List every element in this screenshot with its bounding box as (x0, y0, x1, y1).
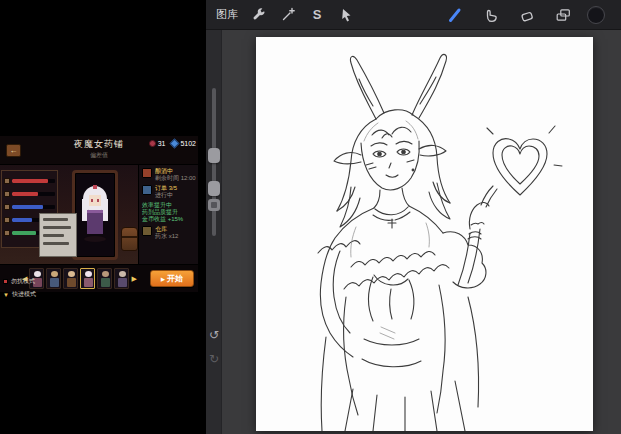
sprite-head (51, 271, 58, 277)
quest-subtitle: 剩余时间 12:00 (155, 175, 195, 182)
undo-button[interactable]: ↺ (206, 328, 222, 342)
currency-value: 5102 (180, 140, 196, 147)
sprite-head (85, 271, 92, 277)
play-icon: ▶ (161, 276, 165, 282)
currency-badge: 31 (149, 140, 166, 147)
barrel-prop (121, 227, 138, 251)
start-button[interactable]: ▶ 开始 (150, 270, 194, 287)
stat-icon (4, 217, 10, 223)
redo-button[interactable]: ↻ (206, 352, 222, 366)
option-label: 快进模式 (12, 290, 36, 299)
crystal-icon (170, 139, 180, 149)
split-screen: ← 夜魔女药铺 偏差值 31 5102 (0, 0, 621, 434)
game-viewport: ← 夜魔女药铺 偏差值 31 5102 (0, 136, 198, 292)
storage-icon (142, 226, 152, 236)
sprite-head (102, 271, 109, 277)
sprite-head (68, 271, 75, 277)
pixel-character (75, 173, 115, 257)
start-label: 开始 (167, 273, 183, 284)
game-subtitle: 偏差值 (0, 151, 198, 160)
quest-title: 酿酒中 (155, 168, 195, 175)
stat-icon (4, 178, 10, 184)
brush-icon-selected[interactable] (443, 3, 467, 27)
party-scroll-right[interactable]: ▶ (131, 275, 136, 283)
stat-bar (12, 179, 55, 183)
quest-icon (142, 185, 152, 195)
stat-row (4, 200, 55, 213)
eraser-icon[interactable] (515, 3, 539, 27)
quest-icon (142, 168, 152, 178)
left-tool-group: S (247, 3, 358, 27)
drawing-canvas[interactable] (256, 37, 593, 431)
red-toggle-icon (3, 279, 8, 284)
modify-button[interactable] (208, 199, 220, 211)
storage-subtitle: 药水 x12 (155, 233, 178, 240)
option-row[interactable]: 勿扰模式 (3, 277, 36, 286)
currency-bar: 31 5102 (149, 140, 196, 147)
party-slot[interactable] (114, 268, 129, 289)
quest-entry[interactable]: 订单 3/5 进行中 (142, 185, 195, 199)
game-room-scene: 酿酒中 剩余时间 12:00 订单 3/5 进行中 效率提升中 药剂品质提升 (0, 164, 198, 264)
stat-bar (12, 205, 55, 209)
option-toggles: 勿扰模式 ▼ 快进模式 (3, 277, 36, 303)
procreate-topbar: 图库 S (206, 0, 621, 30)
tooltip-panel (39, 213, 77, 257)
moon-token-icon (149, 140, 156, 147)
selection-icon[interactable]: S (305, 3, 329, 27)
game-topbar: ← 夜魔女药铺 偏差值 31 5102 (0, 136, 198, 164)
character-wardrobe[interactable] (72, 170, 118, 260)
stat-bar (12, 192, 55, 196)
stat-row (4, 187, 55, 200)
layers-icon[interactable] (551, 3, 575, 27)
sprite-head (119, 271, 126, 277)
currency-badge: 5102 (171, 140, 196, 147)
stat-icon (4, 191, 10, 197)
brush-size-slider-handle[interactable] (208, 148, 220, 163)
storage-entry[interactable]: 仓库 药水 x12 (142, 226, 195, 240)
party-slot[interactable] (63, 268, 78, 289)
dropdown-arrow-icon: ▼ (3, 292, 9, 298)
procreate-app-pane: 图库 S (206, 0, 621, 434)
stat-icon (4, 230, 10, 236)
storage-title: 仓库 (155, 226, 178, 233)
opacity-slider-handle[interactable] (208, 181, 220, 196)
quest-subtitle: 进行中 (155, 192, 177, 199)
quest-title: 订单 3/5 (155, 185, 177, 192)
procreate-sidebar: ↺ ↻ (206, 30, 222, 434)
right-tool-group (443, 3, 605, 27)
adjustments-wand-icon[interactable] (276, 3, 300, 27)
option-row[interactable]: ▼ 快进模式 (3, 290, 36, 299)
sprite-body (50, 278, 59, 287)
sketch-horned-girl-with-heart (256, 37, 593, 431)
buff-text-block: 效率提升中 药剂品质提升 金币收益 +15% (142, 202, 195, 223)
sprite-body (67, 278, 76, 287)
party-slot-active[interactable] (80, 268, 95, 289)
party-slot[interactable] (46, 268, 61, 289)
buff-line: 药剂品质提升 (142, 209, 195, 216)
buff-line: 效率提升中 (142, 202, 195, 209)
stat-row (4, 174, 55, 187)
quest-entry[interactable]: 酿酒中 剩余时间 12:00 (142, 168, 195, 182)
color-swatch-button[interactable] (587, 6, 605, 24)
gallery-button[interactable]: 图库 (216, 7, 238, 22)
game-app-pane: ← 夜魔女药铺 偏差值 31 5102 (0, 0, 206, 434)
transform-cursor-icon[interactable] (334, 3, 358, 27)
stat-icon (4, 204, 10, 210)
actions-wrench-icon[interactable] (247, 3, 271, 27)
sprite-body (118, 278, 127, 287)
party-slot[interactable] (97, 268, 112, 289)
buff-line: 金币收益 +15% (142, 216, 195, 223)
quest-panel: 酿酒中 剩余时间 12:00 订单 3/5 进行中 效率提升中 药剂品质提升 (138, 165, 198, 264)
sprite-body (101, 278, 110, 287)
sprite-body (84, 278, 93, 287)
smudge-finger-icon[interactable] (479, 3, 503, 27)
option-label: 勿扰模式 (11, 277, 35, 286)
currency-value: 31 (158, 140, 166, 147)
party-slots (29, 268, 129, 289)
